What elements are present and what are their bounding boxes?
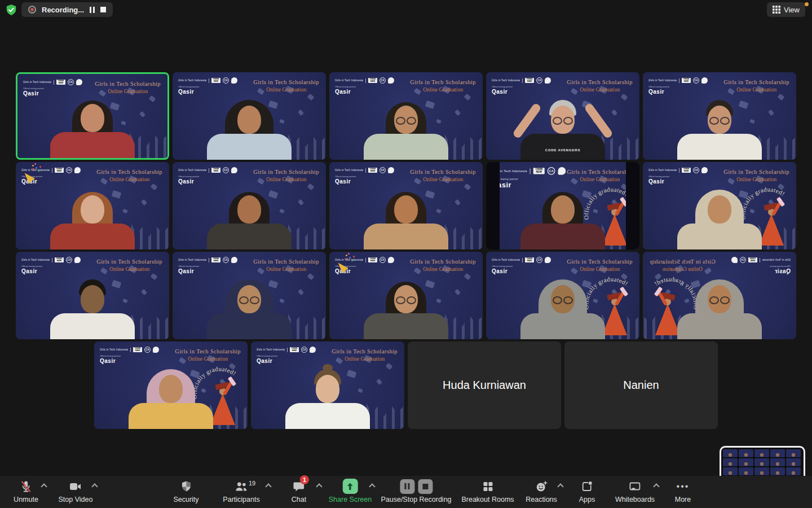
video-tile[interactable]: Girls in Tech IndonesiaTHINK NEWCAOffici… <box>16 162 169 249</box>
participant-video <box>515 178 611 249</box>
partner-logo <box>153 347 159 353</box>
graduation-cap-decoration <box>768 110 774 116</box>
shirt-text: CODE AVENGERS <box>545 148 580 152</box>
share-screen-button[interactable]: Share Screen <box>329 479 372 503</box>
code-avengers-logo: CA <box>223 257 229 263</box>
think-new-logo: THINK NEW <box>211 168 220 173</box>
glasses <box>396 117 416 124</box>
graduation-cap-decoration <box>454 110 461 116</box>
graduation-cap-decoration <box>151 183 158 191</box>
partner-logo <box>701 167 708 173</box>
video-grid: Girls in Tech IndonesiaTHINK NEWCAOffici… <box>0 0 812 508</box>
chat-button[interactable]: 1 Chat <box>292 479 306 503</box>
participant-video <box>358 178 454 249</box>
video-tile[interactable]: Girls in Tech IndonesiaTHINK NEWCAOffici… <box>643 72 796 160</box>
participant-video <box>672 178 767 249</box>
stop-video-button[interactable]: Stop Video <box>59 479 93 503</box>
shield-icon <box>179 479 193 494</box>
chat-options-chevron[interactable] <box>316 483 322 489</box>
think-new-logo: THINK NEW <box>533 168 545 174</box>
code-avengers-logo: CA <box>693 77 699 84</box>
code-avengers-logo: CA <box>693 167 699 173</box>
code-avengers-logo: CA <box>536 257 542 263</box>
share-screen-label: Share Screen <box>329 496 372 503</box>
graduation-cap-decoration <box>621 94 628 101</box>
unmute-button[interactable]: Unmute <box>14 479 38 503</box>
graduation-cap-decoration <box>307 273 315 281</box>
glasses <box>553 117 573 124</box>
video-tile[interactable]: Girls in Tech IndonesiaTHINK NEWCAOffici… <box>173 252 326 339</box>
video-tile[interactable]: Girls in Tech IndonesiaTHINK NEWCAOffici… <box>486 252 639 339</box>
breakout-rooms-label: Breakout Rooms <box>461 496 514 503</box>
think-new-logo: THINK NEW <box>525 257 534 263</box>
apps-button[interactable]: Apps <box>579 479 595 503</box>
graduation-cap-decoration <box>778 94 785 101</box>
participant-video <box>672 268 767 339</box>
partner-logo <box>231 167 237 173</box>
graduation-cap-decoration <box>141 199 147 205</box>
video-tile[interactable]: Girls in Tech IndonesiaTHINK NEWCAOffici… <box>173 72 326 160</box>
graduation-cap-decoration <box>298 199 304 205</box>
video-tile[interactable]: Girls in Tech IndonesiaTHINK NEWCAOffici… <box>329 72 483 160</box>
more-label: More <box>675 496 691 503</box>
participant-name: Nanien <box>623 379 659 392</box>
graduation-cap-decoration <box>151 273 158 281</box>
security-button[interactable]: Security <box>173 479 198 503</box>
partner-logo <box>388 167 394 173</box>
glasses <box>709 117 730 124</box>
name-tile[interactable]: Huda Kurniawan <box>408 341 561 429</box>
microphone-muted-icon <box>19 479 33 494</box>
partner-logo <box>74 257 81 263</box>
participant-name: Huda Kurniawan <box>443 379 526 392</box>
graduation-cap-decoration <box>149 95 156 103</box>
breakout-rooms-button[interactable]: Breakout Rooms <box>461 479 514 503</box>
code-avengers-logo: CA <box>301 347 307 353</box>
unmute-label: Unmute <box>14 496 38 503</box>
participant-video <box>358 268 454 339</box>
more-dots-icon: ••• <box>677 479 690 494</box>
participants-icon: 19 <box>234 479 249 494</box>
video-tile[interactable]: Girls in Tech IndonesiaTHINK NEWCAOffici… <box>329 162 483 249</box>
video-tile[interactable]: Girls in Tech IndonesiaTHINK NEWCAOffici… <box>486 162 639 249</box>
participant-video <box>45 268 140 339</box>
name-tile[interactable]: Nanien <box>564 341 718 429</box>
chat-unread-badge: 1 <box>300 475 309 484</box>
participant-video <box>45 178 140 249</box>
reactions-button[interactable]: Reactions <box>526 479 557 503</box>
participant-video: CODE AVENGERS <box>515 89 611 160</box>
apps-icon <box>580 479 594 494</box>
participants-button[interactable]: 19 Participants <box>223 479 259 503</box>
think-new-logo: THINK NEW <box>748 257 757 263</box>
partner-logo <box>545 257 551 263</box>
reactions-options-chevron[interactable] <box>557 483 563 489</box>
code-avengers-logo: CA <box>223 167 229 173</box>
pause-stop-recording-button[interactable]: Pause/Stop Recording <box>381 479 451 503</box>
share-screen-icon <box>343 479 358 494</box>
video-tile[interactable]: Girls in Tech IndonesiaTHINK NEWCAOffici… <box>329 252 483 339</box>
party-popper-reaction <box>21 167 39 185</box>
audio-options-chevron[interactable] <box>41 483 47 489</box>
breakout-rooms-icon <box>481 479 495 494</box>
participant-video <box>201 178 297 249</box>
video-tile[interactable]: Girls in Tech IndonesiaTHINK NEWCAOffici… <box>643 252 796 339</box>
video-tile[interactable]: Girls in Tech IndonesiaTHINK NEWCAOffici… <box>251 341 404 429</box>
graduation-cap-decoration <box>464 273 471 281</box>
video-tile[interactable]: Girls in Tech IndonesiaTHINK NEWCAOffici… <box>94 341 248 429</box>
video-tile[interactable]: Girls in Tech IndonesiaTHINK NEWCAOffici… <box>643 162 796 249</box>
whiteboards-button[interactable]: Whiteboards <box>615 479 655 503</box>
video-tile[interactable]: Girls in Tech IndonesiaTHINK NEWCAOffici… <box>486 72 639 160</box>
stop-recording-icon[interactable] <box>418 479 433 494</box>
video-tile-active-speaker[interactable]: Girls in Tech IndonesiaTHINK NEWCAOffici… <box>16 72 169 160</box>
video-tile[interactable]: Girls in Tech IndonesiaTHINK NEWCAOffici… <box>16 252 169 339</box>
code-avengers-logo: CA <box>740 257 746 263</box>
participants-options-chevron[interactable] <box>265 483 271 489</box>
graduation-cap-decoration <box>454 289 461 295</box>
video-tile[interactable]: Girls in Tech IndonesiaTHINK NEWCAOffici… <box>173 162 326 249</box>
participants-count: 19 <box>249 480 255 487</box>
graduation-cap-decoration <box>298 289 304 295</box>
pause-recording-icon[interactable] <box>400 479 414 494</box>
code-avengers-logo: CA <box>379 257 386 263</box>
partner-logo <box>310 347 316 353</box>
more-button[interactable]: ••• More <box>675 479 691 503</box>
whiteboard-icon <box>628 479 642 494</box>
